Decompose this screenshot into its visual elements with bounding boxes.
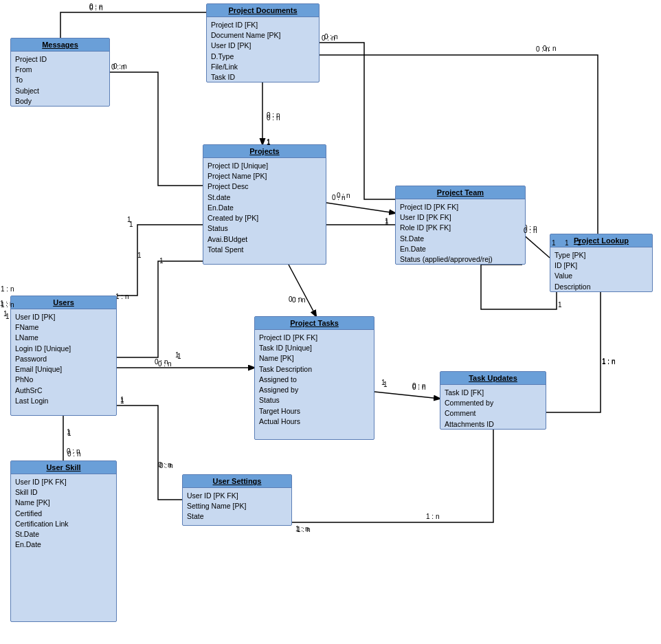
label-team-lookup-1b: 1	[565, 239, 569, 247]
label-users-tasks-0n: 0 : n	[158, 360, 171, 368]
entity-project-tasks-header: Project Tasks	[255, 317, 374, 330]
label-proj-tasks-0n: 0 : n	[289, 296, 302, 303]
label-team-lookup-0n: 0 : n	[524, 227, 537, 234]
label-proj-team-0n: 0 : n	[332, 194, 345, 201]
label-team-users-1: 1	[129, 221, 133, 228]
entity-users-body: User ID [PK] FName LName Login ID [Uniqu…	[11, 309, 116, 409]
label-tasks-updates-1: 1	[383, 381, 388, 388]
label-msg-projdoc-0n: 0 : n	[89, 4, 102, 12]
label-users-tasks-1: 1	[177, 353, 181, 360]
svg-text:1: 1	[137, 252, 142, 259]
entity-project-team: Project Team Project ID [PK FK] User ID …	[395, 186, 526, 265]
label-proj-users-1: 1	[5, 313, 10, 320]
label-users-skill-1: 1	[67, 430, 71, 437]
entity-projects-body: Project ID [Unique] Project Name [PK] Pr…	[203, 158, 326, 258]
entity-project-documents: Project Documents Project ID [FK] Docume…	[206, 3, 320, 82]
entity-user-skill: User Skill User ID [PK FK] Skill ID Name…	[10, 460, 117, 622]
entity-project-documents-header: Project Documents	[207, 4, 319, 17]
entity-messages-body: Project ID From To Subject Body	[11, 52, 109, 109]
label-proj-team-1: 1	[385, 219, 389, 226]
entity-user-settings-header: User Settings	[183, 475, 291, 488]
entity-project-team-body: Project ID [PK FK] User ID [PK FK] Role …	[396, 199, 525, 267]
label-team-lookup-1a: 1	[552, 239, 556, 247]
svg-line-28	[374, 392, 440, 399]
label-lookup-taskupdates-1n: 1 : n	[602, 357, 615, 365]
entity-messages: Messages Project ID From To Subject Body	[10, 38, 110, 107]
entity-projects-header: Projects	[203, 145, 326, 158]
svg-line-7	[326, 203, 395, 213]
svg-text:1 : n: 1 : n	[115, 293, 128, 300]
entity-task-updates-header: Task Updates	[440, 372, 546, 385]
entity-user-skill-header: User Skill	[11, 461, 116, 474]
label-projdoc-proj-0n: 0 : n	[267, 111, 280, 119]
label-users-settings-0n: 0 : n	[159, 462, 172, 469]
label-projdoc-proj-1: 1	[267, 139, 271, 146]
entity-task-updates: Task Updates Task ID [FK] Commented by C…	[440, 371, 546, 430]
label-users-skill-0n: 0 : n	[67, 450, 80, 458]
label-projdoc-team-0n: 0 : n	[322, 34, 335, 42]
entity-user-skill-body: User ID [PK FK] Skill ID Name [PK] Certi…	[11, 474, 116, 553]
entity-projects: Projects Project ID [Unique] Project Nam…	[203, 144, 326, 265]
label-users-settings-1: 1	[120, 397, 124, 405]
label-proj-users-1n-left: 1 : n	[1, 301, 14, 309]
svg-line-12	[289, 265, 316, 316]
entity-task-updates-body: Task ID [FK] Commented by Comment Attach…	[440, 385, 546, 432]
entity-project-tasks: Project Tasks Project ID [PK FK] Task ID…	[254, 316, 374, 440]
entity-project-lookup-body: Type [PK] ID [PK] Value Description	[550, 247, 652, 295]
entity-messages-header: Messages	[11, 38, 109, 52]
svg-text:1: 1	[558, 301, 562, 309]
diagram-container: 0 : n 0 : n 0 : n 1 0 : n 0 : n 0 : n 1 …	[0, 0, 661, 644]
label-projdoc-lookup-0n: 0 : n	[543, 45, 556, 52]
label-users-left-1n: 1 : n	[1, 285, 14, 293]
svg-line-15	[522, 234, 550, 258]
label-updates-settings-1n: 1 : n	[297, 526, 310, 533]
label-tasks-updates-0n: 0 : n	[412, 384, 425, 391]
label-msg-proj-0n: 0 : n	[111, 63, 124, 71]
entity-project-team-header: Project Team	[396, 186, 525, 199]
label-team-lookup-1c: 1	[577, 239, 581, 247]
entity-users-header: Users	[11, 296, 116, 309]
entity-user-settings: User Settings User ID [PK FK] Setting Na…	[182, 474, 292, 526]
entity-project-documents-body: Project ID [FK] Document Name [PK] User …	[207, 17, 319, 85]
label-proj-users-1n: 1	[159, 257, 164, 265]
entity-users: Users User ID [PK] FName LName Login ID …	[10, 296, 117, 416]
svg-text:1 : n: 1 : n	[426, 513, 439, 520]
entity-project-tasks-body: Project ID [PK FK] Task ID [Unique] Name…	[255, 330, 374, 430]
entity-user-settings-body: User ID [PK FK] Setting Name [PK] State	[183, 488, 291, 525]
